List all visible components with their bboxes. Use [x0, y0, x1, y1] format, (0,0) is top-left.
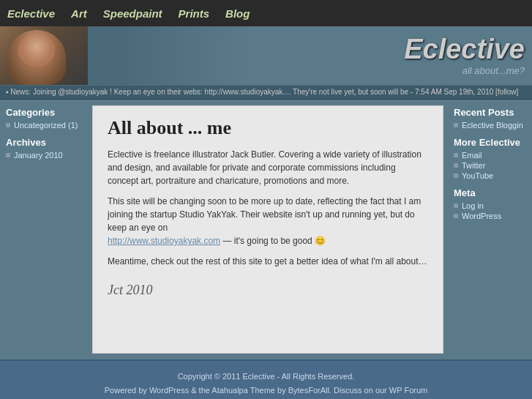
archives-list: January 2010 [6, 151, 82, 160]
meta-heading: Meta [454, 187, 526, 198]
footer-powered: Powered by WordPress & the Atahualpa The… [7, 384, 525, 398]
main-layout: Categories Uncategorized (1) Archives Ja… [0, 100, 532, 359]
content-para-3-text: — it's going to be good 😊 [222, 236, 326, 246]
sidebar-left: Categories Uncategorized (1) Archives Ja… [0, 100, 88, 359]
nav-item-blog[interactable]: Blog [225, 7, 250, 20]
signature: Jct 2010 [108, 283, 428, 298]
list-item[interactable]: WordPress [454, 212, 526, 220]
list-item[interactable]: Eclective Bloggin [454, 121, 526, 130]
more-eclective-list: EmailTwitterYouTube [454, 151, 526, 180]
navigation: EclectiveArtSpeedpaintPrintsBlog [0, 0, 532, 26]
site-subtitle: all about...me? [404, 65, 525, 76]
list-item[interactable]: YouTube [454, 171, 526, 180]
main-content: All about ... me Eclective is freelance … [92, 105, 443, 354]
categories-heading: Categories [6, 107, 82, 118]
category-item[interactable]: Uncategorized (1) [6, 121, 82, 130]
site-header: Eclective all about...me? [0, 26, 532, 85]
ticker-text: News: Joining @studioyakyak ! Keep an ey… [10, 88, 518, 96]
list-item[interactable]: Log in [454, 201, 526, 210]
content-para-4: Meantime, check out the rest of this sit… [108, 255, 428, 268]
nav-item-eclective[interactable]: Eclective [7, 7, 55, 20]
nav-item-prints[interactable]: Prints [179, 7, 210, 20]
list-item[interactable]: Twitter [454, 161, 526, 170]
sidebar-right: Recent Posts Eclective Bloggin More Ecle… [448, 100, 532, 359]
categories-list: Uncategorized (1) [6, 121, 82, 130]
recent-posts-heading: Recent Posts [454, 107, 526, 118]
site-footer: Copyright © 2011 Eclective - All Rights … [0, 359, 532, 399]
meta-list: Log inWordPress [454, 201, 526, 220]
site-title: Eclective [404, 34, 525, 65]
portrait [0, 26, 88, 85]
archives-heading: Archives [6, 137, 82, 148]
more-eclective-heading: More Eclective [454, 137, 526, 148]
studio-link[interactable]: http://www.studioyakyak.com [108, 236, 220, 246]
content-para-2-text: This site will be changing soon to be mo… [108, 196, 421, 233]
archive-item[interactable]: January 2010 [6, 151, 82, 160]
footer-copyright: Copyright © 2011 Eclective - All Rights … [7, 370, 525, 384]
content-heading: All about ... me [108, 117, 428, 139]
recent-posts-list: Eclective Bloggin [454, 121, 526, 130]
list-item[interactable]: Email [454, 151, 526, 160]
content-para-1: Eclective is freelance illustrator Jack … [108, 148, 428, 187]
nav-item-speedpaint[interactable]: Speedpaint [103, 7, 162, 20]
content-para-2: This site will be changing soon to be mo… [108, 195, 428, 247]
news-ticker: ▪ News: Joining @studioyakyak ! Keep an … [0, 85, 532, 100]
nav-item-art[interactable]: Art [71, 7, 87, 20]
site-logo: Eclective all about...me? [404, 34, 525, 76]
